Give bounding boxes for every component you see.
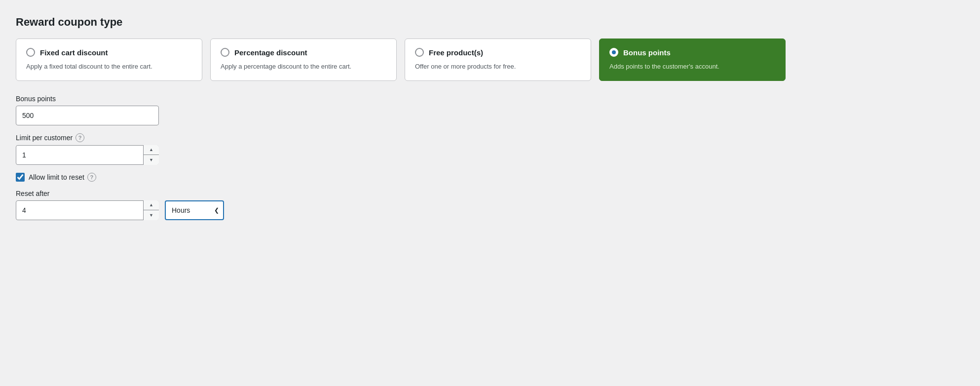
reset-period-select-wrapper: Hours Days Weeks Months ❮ (165, 200, 224, 220)
card-percentage-header: Percentage discount (221, 48, 386, 57)
bonus-points-input[interactable] (16, 106, 159, 125)
card-fixed-cart-description: Apply a fixed total discount to the enti… (26, 62, 192, 72)
allow-limit-reset-checkbox[interactable] (16, 173, 25, 182)
card-free-product-description: Offer one or more products for free. (415, 62, 581, 72)
reset-after-arrows: ▲ ▼ (143, 200, 159, 220)
card-fixed-cart-header: Fixed cart discount (26, 48, 192, 57)
limit-per-customer-field-group: Limit per customer ? ▲ ▼ (16, 133, 786, 165)
card-bonus-points-title: Bonus points (623, 48, 671, 57)
radio-bonus-points[interactable] (609, 48, 618, 57)
reset-after-field-group: Reset after ▲ ▼ Hours Days Weeks Months (16, 190, 786, 220)
reset-period-select[interactable]: Hours Days Weeks Months (165, 200, 224, 220)
card-percentage-description: Apply a percentage discount to the entir… (221, 62, 386, 72)
form-section: Bonus points Limit per customer ? ▲ ▼ Al… (16, 95, 786, 228)
card-free-product[interactable]: Free product(s) Offer one or more produc… (405, 39, 591, 81)
radio-percentage[interactable] (221, 48, 229, 57)
card-bonus-points[interactable]: Bonus points Adds points to the customer… (599, 39, 786, 81)
limit-per-customer-arrows: ▲ ▼ (143, 145, 159, 165)
reset-after-spinner-down[interactable]: ▼ (144, 210, 159, 220)
allow-reset-help-icon[interactable]: ? (87, 173, 96, 182)
reset-after-input[interactable] (16, 200, 159, 220)
reset-after-label: Reset after (16, 190, 786, 197)
card-percentage[interactable]: Percentage discount Apply a percentage d… (210, 39, 397, 81)
bonus-points-field-group: Bonus points (16, 95, 786, 125)
allow-limit-reset-label: Allow limit to reset ? (29, 173, 96, 182)
limit-help-icon[interactable]: ? (75, 133, 84, 142)
card-bonus-points-description: Adds points to the customer's account. (609, 62, 775, 72)
card-fixed-cart-title: Fixed cart discount (40, 48, 108, 57)
limit-per-customer-input[interactable] (16, 145, 159, 165)
page-container: Reward coupon type Fixed cart discount A… (16, 16, 786, 228)
coupon-type-grid: Fixed cart discount Apply a fixed total … (16, 39, 786, 81)
limit-spinner-down[interactable]: ▼ (144, 155, 159, 165)
limit-per-customer-label: Limit per customer ? (16, 133, 786, 142)
reset-after-row: ▲ ▼ Hours Days Weeks Months ❮ (16, 200, 786, 220)
page-title: Reward coupon type (16, 16, 786, 29)
allow-limit-reset-row: Allow limit to reset ? (16, 173, 786, 182)
bonus-points-label: Bonus points (16, 95, 786, 103)
card-percentage-title: Percentage discount (234, 48, 307, 57)
reset-after-spinner-up[interactable]: ▲ (144, 200, 159, 211)
radio-free-product[interactable] (415, 48, 424, 57)
limit-per-customer-spinner-wrapper: ▲ ▼ (16, 145, 159, 165)
card-free-product-header: Free product(s) (415, 48, 581, 57)
card-bonus-points-header: Bonus points (609, 48, 775, 57)
radio-fixed-cart[interactable] (26, 48, 35, 57)
reset-after-spinner-wrapper: ▲ ▼ (16, 200, 159, 220)
card-free-product-title: Free product(s) (429, 48, 483, 57)
card-fixed-cart[interactable]: Fixed cart discount Apply a fixed total … (16, 39, 202, 81)
limit-spinner-up[interactable]: ▲ (144, 145, 159, 155)
